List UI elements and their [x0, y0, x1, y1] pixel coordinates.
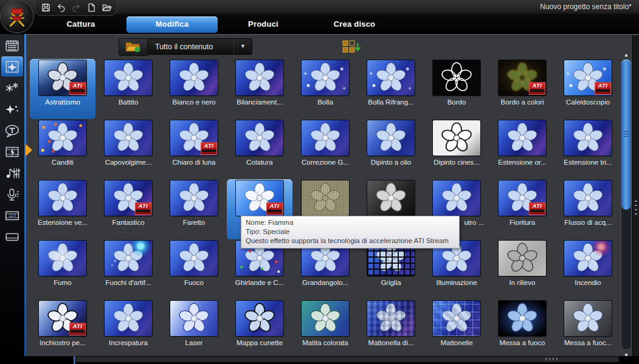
content-filter-dropdown[interactable]: Tutto il contenuto ▼: [148, 38, 252, 55]
graphics-icon[interactable]: [1, 99, 23, 119]
effect-label: Caleidoscopio: [556, 98, 620, 108]
effect-thumbnail: [302, 180, 349, 216]
sort-gallery-button[interactable]: [342, 40, 361, 54]
tab-cattura[interactable]: Cattura: [35, 16, 126, 33]
tab-crea-disco[interactable]: Crea disco: [309, 16, 400, 33]
effect-item[interactable]: Mappa cunette: [227, 300, 292, 360]
voice-over-icon[interactable]: [1, 184, 23, 204]
effect-label: Correzione G...: [293, 159, 357, 168]
effect-label: Messa a fuoco: [490, 339, 554, 348]
app-logo[interactable]: [1, 1, 33, 32]
effect-item[interactable]: ATIFioritura: [489, 179, 555, 239]
effect-thumbnail: [433, 120, 480, 156]
svg-text:123: 123: [9, 213, 16, 218]
effect-item[interactable]: Fumo: [30, 239, 95, 300]
effect-item[interactable]: Bolla: [292, 59, 358, 119]
effect-item[interactable]: In rilievo: [489, 239, 555, 300]
effect-item[interactable]: Fuoco: [161, 239, 227, 300]
effect-thumbnail: [236, 301, 283, 336]
scrollbar-track[interactable]: [621, 59, 632, 350]
tab-produci[interactable]: Produci: [218, 16, 309, 33]
filters-icon[interactable]: [1, 78, 23, 98]
effect-label: Fumo: [30, 279, 95, 288]
effect-thumbnail: [302, 301, 349, 336]
videostudio-window: Nuovo progetto senza titolo* CatturaModi…: [0, 0, 639, 364]
effect-item[interactable]: Correzione G...: [292, 119, 358, 179]
effect-item[interactable]: ATIInchiostro pe...: [30, 300, 95, 360]
effect-item[interactable]: Faretto: [161, 179, 227, 239]
effect-item[interactable]: Messa a fuoco: [489, 300, 555, 360]
effect-item[interactable]: ATIBordo a colori: [489, 59, 555, 119]
titles-icon[interactable]: [1, 120, 23, 140]
effect-item[interactable]: ATIChiaro di luna: [161, 119, 227, 179]
effect-item[interactable]: Canditi: [30, 119, 95, 179]
ati-stream-badge: ATI: [595, 82, 611, 95]
effect-thumbnail: [105, 60, 152, 95]
effect-item[interactable]: ATIFantastico: [95, 179, 161, 239]
effect-thumbnail: [302, 120, 349, 156]
effect-item[interactable]: ATICaleidoscopio: [555, 59, 621, 119]
effect-item[interactable]: Mattonelle: [424, 300, 489, 360]
audio-mix-icon[interactable]: [1, 163, 23, 183]
effect-item[interactable]: Bianco e nero: [161, 59, 227, 119]
panel-splitter[interactable]: [632, 35, 639, 364]
effect-item[interactable]: Battito: [95, 59, 161, 119]
tab-modifica[interactable]: Modifica: [126, 16, 218, 33]
effect-item[interactable]: Increspatura: [95, 300, 161, 360]
effect-label: Fioritura: [490, 219, 554, 228]
effect-label: Estensione or...: [490, 159, 554, 168]
scrollbar-thumb[interactable]: [621, 60, 631, 210]
effect-label: Grandangolo...: [293, 279, 357, 288]
effect-label: Fuochi d'artif...: [96, 279, 161, 288]
effect-item[interactable]: Colatura: [227, 119, 292, 179]
effect-item[interactable]: Matita colorata: [292, 300, 358, 360]
open-project-icon[interactable]: [101, 2, 112, 13]
ati-stream-badge: ATI: [69, 323, 86, 335]
effect-item[interactable]: Bilanciament...: [227, 59, 292, 119]
effect-label: Bianco e nero: [162, 98, 226, 108]
bottom-edge-bar: [0, 356, 639, 364]
effect-thumbnail: [433, 60, 480, 95]
effect-item[interactable]: Laser: [161, 300, 227, 360]
effect-item[interactable]: ATIAstrattismo: [30, 59, 95, 119]
undo-icon[interactable]: [55, 2, 66, 13]
effect-thumbnail: [499, 241, 546, 276]
effect-item[interactable]: Fuochi d'artif...: [95, 239, 161, 300]
instant-project-icon[interactable]: [1, 142, 23, 162]
effect-thumbnail: ATI: [105, 180, 152, 216]
effect-item[interactable]: Estensione ve...: [30, 179, 95, 239]
header-bar: Nuovo progetto senza titolo* CatturaModi…: [0, 0, 639, 34]
effect-label: Ghirlande e C...: [227, 279, 292, 288]
scroll-up-button[interactable]: ▲: [621, 52, 632, 58]
transitions-icon[interactable]: [1, 57, 23, 77]
chapter-numbers-icon[interactable]: 123: [1, 205, 23, 225]
effect-label: Chiaro di luna: [162, 159, 226, 168]
effect-item[interactable]: Incendio: [555, 239, 621, 300]
expand-panel-arrow[interactable]: [26, 144, 32, 156]
effect-item[interactable]: Estensione or...: [489, 119, 555, 179]
tracks-panel-icon[interactable]: [1, 227, 23, 247]
effect-item[interactable]: Dipinto a olio: [358, 119, 424, 179]
effect-label: Bordo: [424, 98, 489, 108]
bottom-resize-grip[interactable]: [545, 358, 559, 360]
effect-item[interactable]: Messa a fuoc...: [555, 300, 621, 360]
effect-label: Griglia: [359, 279, 423, 288]
folder-settings-button[interactable]: [119, 38, 148, 56]
effect-item[interactable]: Dipinto cines...: [424, 119, 489, 179]
effect-thumbnail: [170, 60, 218, 95]
effect-item[interactable]: Estensione tri...: [555, 119, 621, 179]
save-icon[interactable]: [40, 2, 51, 13]
effect-item[interactable]: Mattonella di...: [358, 300, 424, 360]
panel-splitter-grip[interactable]: [635, 201, 637, 218]
effect-thumbnail: [39, 241, 86, 276]
effect-item[interactable]: Capovolgime...: [95, 119, 161, 179]
effect-item[interactable]: Flusso di acq...: [555, 179, 621, 239]
effect-thumbnail: [367, 180, 415, 216]
media-library-icon[interactable]: [1, 35, 23, 55]
effect-thumbnail: [105, 301, 152, 336]
effect-item[interactable]: Bolla Rifrang...: [358, 59, 424, 119]
new-project-icon[interactable]: [86, 2, 97, 13]
effect-thumbnail: [564, 180, 612, 216]
tab-bar: CatturaModificaProduciCrea disco: [35, 16, 400, 33]
effect-item[interactable]: Bordo: [424, 59, 489, 119]
